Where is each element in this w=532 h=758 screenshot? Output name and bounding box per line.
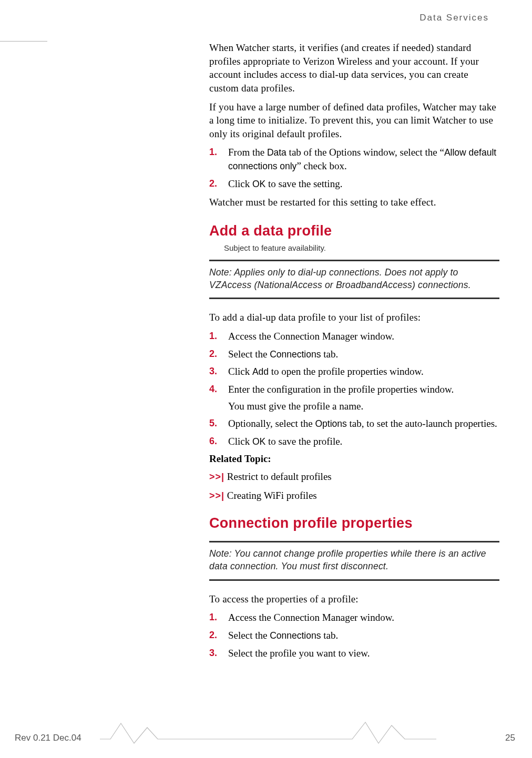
section-heading-connection-properties: Connection profile properties xyxy=(209,515,499,531)
ui-term: Connections xyxy=(270,630,321,641)
step-text: Click xyxy=(228,366,252,377)
paragraph: When Watcher starts, it verifies (and cr… xyxy=(209,41,499,95)
step-text: to open the profile properties window. xyxy=(269,366,424,377)
related-link[interactable]: >>| Restrict to default profiles xyxy=(209,471,499,483)
step-subtext: You must give the profile a name. xyxy=(228,400,499,413)
step-item: 3. Click Add to open the profile propert… xyxy=(209,365,499,378)
paragraph: To access the properties of a profile: xyxy=(209,592,499,606)
step-text: Access the Connection Manager window. xyxy=(228,612,394,623)
step-number: 2. xyxy=(209,177,217,190)
ui-term: Add xyxy=(252,366,269,377)
step-number: 2. xyxy=(209,347,217,360)
step-text: ” check box. xyxy=(296,160,346,171)
step-text: From the xyxy=(228,147,267,158)
step-text: Click xyxy=(228,178,252,189)
note-text: Note: Applies only to dial-up connection… xyxy=(209,267,499,291)
step-item: 5. Optionally, select the Options tab, t… xyxy=(209,417,499,431)
step-item: 3. Select the profile you want to view. xyxy=(209,647,499,660)
page: Data Services When Watcher starts, it ve… xyxy=(0,0,532,758)
step-number: 4. xyxy=(209,383,217,395)
paragraph: To add a dial-up data profile to your li… xyxy=(209,311,499,324)
note-block: Note: You cannot change profile properti… xyxy=(209,541,499,580)
page-number: 25 xyxy=(505,733,515,743)
step-number: 1. xyxy=(209,330,217,342)
footer-wave-graphic xyxy=(100,718,436,744)
note-block: Note: Applies only to dial-up connection… xyxy=(209,260,499,299)
page-footer: Rev 0.21 Dec.04 25 xyxy=(0,728,532,743)
paragraph: Watcher must be restarted for this setti… xyxy=(209,196,499,209)
step-text: to save the setting. xyxy=(265,178,342,189)
link-text: Creating WiFi profiles xyxy=(224,490,317,501)
step-text: tab. xyxy=(321,349,338,360)
ui-term: Data xyxy=(267,147,287,158)
step-text: tab. xyxy=(321,630,338,641)
step-item: 1. Access the Connection Manager window. xyxy=(209,611,499,624)
step-number: 1. xyxy=(209,611,217,623)
steps-list: 1. From the Data tab of the Options wind… xyxy=(209,146,499,190)
related-topic-heading: Related Topic: xyxy=(209,453,499,465)
step-text: to save the profile. xyxy=(265,436,342,447)
section-heading-add-profile: Add a data profile xyxy=(209,223,499,239)
step-text: Optionally, select the xyxy=(228,418,315,429)
note-text: Note: You cannot change profile properti… xyxy=(209,548,499,572)
step-text: Click xyxy=(228,436,252,447)
sidebar-rule xyxy=(0,41,47,42)
footer-revision: Rev 0.21 Dec.04 xyxy=(15,733,81,743)
step-item: 2. Click OK to save the setting. xyxy=(209,177,499,191)
step-text: tab of the Options window, select the “ xyxy=(287,147,444,158)
ui-term: Connections xyxy=(270,349,321,360)
step-item: 2. Select the Connections tab. xyxy=(209,629,499,642)
steps-list: 1. Access the Connection Manager window.… xyxy=(209,611,499,660)
paragraph: If you have a large number of defined da… xyxy=(209,100,499,141)
subject-note: Subject to feature availability. xyxy=(224,243,499,252)
ui-term: Options xyxy=(315,418,347,429)
link-text: Restrict to default profiles xyxy=(224,471,332,482)
step-text: Select the profile you want to view. xyxy=(228,648,370,659)
link-arrows-icon: >>| xyxy=(209,490,224,501)
step-text: Access the Connection Manager window. xyxy=(228,331,394,342)
step-number: 3. xyxy=(209,365,217,377)
link-arrows-icon: >>| xyxy=(209,472,224,482)
step-number: 2. xyxy=(209,629,217,641)
step-item: 6. Click OK to save the profile. xyxy=(209,435,499,448)
body-column: When Watcher starts, it verifies (and cr… xyxy=(209,41,499,665)
step-item: 1. Access the Connection Manager window. xyxy=(209,330,499,343)
step-number: 5. xyxy=(209,417,217,429)
step-item: 4. Enter the configuration in the profil… xyxy=(209,383,499,413)
step-number: 6. xyxy=(209,435,217,447)
step-text: Enter the configuration in the profile p… xyxy=(228,384,454,395)
running-header: Data Services xyxy=(420,13,489,23)
step-item: 1. From the Data tab of the Options wind… xyxy=(209,146,499,172)
ui-term: OK xyxy=(252,436,265,447)
ui-term: OK xyxy=(252,179,265,189)
step-text: Select the xyxy=(228,630,270,641)
related-link[interactable]: >>| Creating WiFi profiles xyxy=(209,490,499,501)
steps-list: 1. Access the Connection Manager window.… xyxy=(209,330,499,448)
step-item: 2. Select the Connections tab. xyxy=(209,347,499,361)
step-text: tab, to set the auto-launch properties. xyxy=(347,418,497,429)
step-number: 3. xyxy=(209,647,217,659)
step-text: Select the xyxy=(228,349,270,360)
step-number: 1. xyxy=(209,146,217,158)
